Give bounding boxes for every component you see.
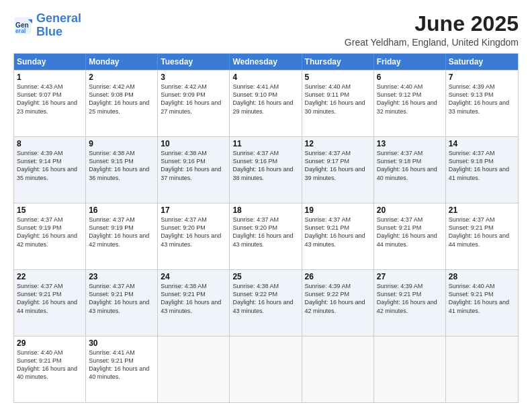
day-number: 14 xyxy=(449,139,515,148)
cell-info: Sunrise: 4:37 AMSunset: 9:21 PMDaylight:… xyxy=(305,216,365,247)
calendar-body: 1 Sunrise: 4:43 AMSunset: 9:07 PMDayligh… xyxy=(14,70,518,402)
cell-info: Sunrise: 4:40 AMSunset: 9:21 PMDaylight:… xyxy=(449,283,509,314)
cell-info: Sunrise: 4:42 AMSunset: 9:09 PMDaylight:… xyxy=(161,83,221,114)
table-row: 12 Sunrise: 4:37 AMSunset: 9:17 PMDaylig… xyxy=(302,137,374,203)
table-row: 24 Sunrise: 4:38 AMSunset: 9:21 PMDaylig… xyxy=(158,270,230,336)
cell-info: Sunrise: 4:37 AMSunset: 9:21 PMDaylight:… xyxy=(377,216,437,247)
day-number: 15 xyxy=(17,205,83,215)
day-number: 1 xyxy=(17,73,83,82)
day-number: 3 xyxy=(161,73,226,82)
day-number: 27 xyxy=(377,272,443,281)
day-number: 9 xyxy=(89,139,154,148)
cell-info: Sunrise: 4:37 AMSunset: 9:19 PMDaylight:… xyxy=(89,216,149,247)
day-number: 18 xyxy=(232,205,298,215)
table-row: 1 Sunrise: 4:43 AMSunset: 9:07 PMDayligh… xyxy=(14,71,86,136)
table-row: 27 Sunrise: 4:39 AMSunset: 9:21 PMDaylig… xyxy=(374,270,446,336)
cell-info: Sunrise: 4:37 AMSunset: 9:21 PMDaylight:… xyxy=(17,283,77,314)
table-row: 9 Sunrise: 4:38 AMSunset: 9:15 PMDayligh… xyxy=(86,137,158,203)
cell-info: Sunrise: 4:38 AMSunset: 9:22 PMDaylight:… xyxy=(232,283,293,314)
cell-info: Sunrise: 4:40 AMSunset: 9:12 PMDaylight:… xyxy=(377,83,437,114)
header-monday: Monday xyxy=(86,54,158,70)
cell-info: Sunrise: 4:42 AMSunset: 9:08 PMDaylight:… xyxy=(89,83,149,114)
cell-info: Sunrise: 4:37 AMSunset: 9:19 PMDaylight:… xyxy=(17,216,77,247)
day-number: 4 xyxy=(232,73,298,82)
table-row: 20 Sunrise: 4:37 AMSunset: 9:21 PMDaylig… xyxy=(374,203,446,269)
day-number: 6 xyxy=(377,73,443,82)
day-number: 12 xyxy=(305,139,371,148)
cell-info: Sunrise: 4:37 AMSunset: 9:21 PMDaylight:… xyxy=(449,216,509,247)
week-row-5: 29 Sunrise: 4:40 AMSunset: 9:21 PMDaylig… xyxy=(14,336,518,402)
table-row: 15 Sunrise: 4:37 AMSunset: 9:19 PMDaylig… xyxy=(14,203,86,269)
cell-info: Sunrise: 4:38 AMSunset: 9:15 PMDaylight:… xyxy=(89,150,149,181)
location: Great Yeldham, England, United Kingdom xyxy=(345,37,519,48)
day-number: 11 xyxy=(232,139,298,148)
day-number: 26 xyxy=(305,272,371,281)
table-row: 3 Sunrise: 4:42 AMSunset: 9:09 PMDayligh… xyxy=(158,71,230,136)
cell-info: Sunrise: 4:38 AMSunset: 9:16 PMDaylight:… xyxy=(161,150,221,181)
calendar: Sunday Monday Tuesday Wednesday Thursday… xyxy=(13,53,519,403)
table-row xyxy=(374,336,446,402)
table-row: 26 Sunrise: 4:39 AMSunset: 9:22 PMDaylig… xyxy=(302,270,374,336)
cell-info: Sunrise: 4:39 AMSunset: 9:22 PMDaylight:… xyxy=(305,283,365,314)
day-number: 25 xyxy=(232,272,298,281)
logo-text: GeneralBlue xyxy=(36,12,81,39)
cell-info: Sunrise: 4:40 AMSunset: 9:21 PMDaylight:… xyxy=(17,349,77,380)
table-row: 7 Sunrise: 4:39 AMSunset: 9:13 PMDayligh… xyxy=(446,71,518,136)
header-saturday: Saturday xyxy=(446,54,518,70)
table-row: 4 Sunrise: 4:41 AMSunset: 9:10 PMDayligh… xyxy=(230,71,302,136)
table-row xyxy=(230,336,302,402)
header-tuesday: Tuesday xyxy=(158,54,230,70)
table-row: 19 Sunrise: 4:37 AMSunset: 9:21 PMDaylig… xyxy=(302,203,374,269)
day-number: 10 xyxy=(161,139,226,148)
cell-info: Sunrise: 4:38 AMSunset: 9:21 PMDaylight:… xyxy=(161,283,221,314)
cell-info: Sunrise: 4:39 AMSunset: 9:13 PMDaylight:… xyxy=(449,83,509,114)
cell-info: Sunrise: 4:39 AMSunset: 9:21 PMDaylight:… xyxy=(377,283,437,314)
day-number: 30 xyxy=(89,338,154,348)
week-row-2: 8 Sunrise: 4:39 AMSunset: 9:14 PMDayligh… xyxy=(14,136,518,203)
table-row: 18 Sunrise: 4:37 AMSunset: 9:20 PMDaylig… xyxy=(230,203,302,269)
cell-info: Sunrise: 4:39 AMSunset: 9:14 PMDaylight:… xyxy=(17,150,77,181)
table-row: 14 Sunrise: 4:37 AMSunset: 9:18 PMDaylig… xyxy=(446,137,518,203)
table-row xyxy=(302,336,374,402)
cell-info: Sunrise: 4:37 AMSunset: 9:20 PMDaylight:… xyxy=(161,216,221,247)
table-row: 23 Sunrise: 4:37 AMSunset: 9:21 PMDaylig… xyxy=(86,270,158,336)
table-row: 22 Sunrise: 4:37 AMSunset: 9:21 PMDaylig… xyxy=(14,270,86,336)
cell-info: Sunrise: 4:37 AMSunset: 9:20 PMDaylight:… xyxy=(232,216,293,247)
cell-info: Sunrise: 4:37 AMSunset: 9:21 PMDaylight:… xyxy=(89,283,149,314)
cell-info: Sunrise: 4:37 AMSunset: 9:16 PMDaylight:… xyxy=(232,150,293,181)
cell-info: Sunrise: 4:43 AMSunset: 9:07 PMDaylight:… xyxy=(17,83,77,114)
table-row: 29 Sunrise: 4:40 AMSunset: 9:21 PMDaylig… xyxy=(14,336,86,402)
month-title: June 2025 xyxy=(345,12,519,36)
cell-info: Sunrise: 4:37 AMSunset: 9:18 PMDaylight:… xyxy=(377,150,437,181)
table-row: 5 Sunrise: 4:40 AMSunset: 9:11 PMDayligh… xyxy=(302,71,374,136)
table-row: 28 Sunrise: 4:40 AMSunset: 9:21 PMDaylig… xyxy=(446,270,518,336)
table-row: 10 Sunrise: 4:38 AMSunset: 9:16 PMDaylig… xyxy=(158,137,230,203)
header: Gen eral GeneralBlue June 2025 Great Yel… xyxy=(13,12,519,48)
cell-info: Sunrise: 4:40 AMSunset: 9:11 PMDaylight:… xyxy=(305,83,365,114)
day-number: 29 xyxy=(17,338,83,348)
cell-info: Sunrise: 4:41 AMSunset: 9:10 PMDaylight:… xyxy=(232,83,293,114)
day-number: 20 xyxy=(377,205,443,215)
table-row: 8 Sunrise: 4:39 AMSunset: 9:14 PMDayligh… xyxy=(14,137,86,203)
title-block: June 2025 Great Yeldham, England, United… xyxy=(345,12,519,48)
logo: Gen eral GeneralBlue xyxy=(13,12,81,39)
table-row: 11 Sunrise: 4:37 AMSunset: 9:16 PMDaylig… xyxy=(230,137,302,203)
day-number: 19 xyxy=(305,205,371,215)
svg-text:eral: eral xyxy=(15,28,26,34)
cell-info: Sunrise: 4:37 AMSunset: 9:18 PMDaylight:… xyxy=(449,150,509,181)
day-number: 7 xyxy=(449,73,515,82)
cell-info: Sunrise: 4:37 AMSunset: 9:17 PMDaylight:… xyxy=(305,150,365,181)
table-row xyxy=(446,336,518,402)
day-number: 21 xyxy=(449,205,515,215)
day-number: 17 xyxy=(161,205,226,215)
day-number: 16 xyxy=(89,205,154,215)
day-number: 2 xyxy=(89,73,154,82)
header-wednesday: Wednesday xyxy=(230,54,302,70)
logo-icon: Gen eral xyxy=(13,16,32,35)
calendar-header: Sunday Monday Tuesday Wednesday Thursday… xyxy=(14,54,518,70)
day-number: 22 xyxy=(17,272,83,281)
day-number: 23 xyxy=(89,272,154,281)
header-sunday: Sunday xyxy=(14,54,86,70)
table-row: 2 Sunrise: 4:42 AMSunset: 9:08 PMDayligh… xyxy=(86,71,158,136)
week-row-1: 1 Sunrise: 4:43 AMSunset: 9:07 PMDayligh… xyxy=(14,70,518,136)
